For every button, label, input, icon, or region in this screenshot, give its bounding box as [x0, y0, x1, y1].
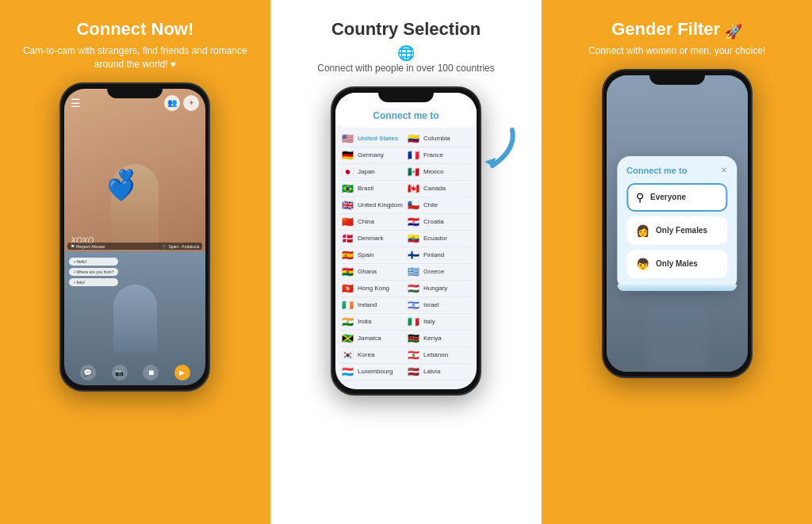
- menu-icon[interactable]: ☰: [71, 97, 81, 109]
- connect-me-to-label: Connect me to: [343, 110, 469, 121]
- country-br[interactable]: 🇧🇷Brasil: [340, 181, 406, 197]
- country-gb[interactable]: 🇬🇧United Kingdom: [340, 197, 406, 214]
- phone1-body: ☰ 👥 + 💙 💙 XOXO: [59, 82, 210, 392]
- phone3-wrapper: Connect me to ✕ ⚲ Everyone 👩 Only Female…: [602, 69, 753, 378]
- next-button[interactable]: ▶: [174, 365, 190, 381]
- flag-hr: 🇭🇷: [408, 216, 420, 228]
- panel3-subtitle: Connect with women or men, your choice!: [588, 44, 765, 58]
- country-gh[interactable]: 🇬🇭Ghana: [340, 264, 406, 281]
- flag-gr: 🇬🇷: [408, 266, 420, 277]
- name-fi: Finland: [423, 251, 444, 258]
- svg-marker-0: [485, 158, 496, 167]
- flag-gh: 🇬🇭: [342, 266, 354, 277]
- panel-gender: Gender Filter 🚀 Connect with women or me…: [542, 0, 812, 524]
- gender-modal: Connect me to ✕ ⚲ Everyone 👩 Only Female…: [617, 156, 737, 291]
- add-icon[interactable]: +: [183, 95, 199, 111]
- heart-icon-small: 💙: [118, 168, 134, 183]
- panel3-title-row: Gender Filter 🚀: [611, 19, 742, 44]
- name-ie: Ireland: [358, 301, 377, 308]
- country-list[interactable]: 🇺🇸United States 🇩🇪Germany 🇯🇵Japan 🇧🇷Bras…: [335, 128, 477, 389]
- abuse-label[interactable]: ⚑ Report Abuse: [71, 243, 105, 249]
- country-jp[interactable]: 🇯🇵Japan: [340, 164, 406, 181]
- country-fi[interactable]: 🇫🇮Finland: [406, 247, 472, 264]
- stop-button[interactable]: ⏹: [143, 365, 159, 381]
- chat-button[interactable]: 💬: [80, 365, 96, 381]
- country-in[interactable]: 🇮🇳India: [340, 314, 406, 331]
- flag-dk: 🇩🇰: [342, 233, 354, 244]
- video-top: ☰ 👥 + 💙 💙 XOXO: [64, 89, 205, 252]
- flag-jm: 🇯🇲: [342, 333, 354, 344]
- country-mx[interactable]: 🇲🇽Mexico: [406, 164, 472, 181]
- blue-arrow-icon: [477, 126, 520, 170]
- male-icon: 👦: [636, 258, 649, 270]
- flag-co: 🇨🇴: [408, 133, 420, 144]
- flag-jp: 🇯🇵: [342, 166, 354, 178]
- country-ke[interactable]: 🇰🇪Kenya: [406, 331, 472, 347]
- flag-ke: 🇰🇪: [408, 333, 420, 344]
- flag-lb: 🇱🇧: [408, 350, 420, 361]
- chat-bubbles: • Hello! • Where are you from? • Italy!: [69, 258, 118, 286]
- country-cl[interactable]: 🇨🇱Chile: [406, 197, 472, 214]
- flag-de: 🇩🇪: [342, 150, 354, 161]
- name-hk: Hong Kong: [358, 285, 389, 292]
- flag-hu: 🇭🇺: [408, 283, 420, 294]
- flag-fi: 🇫🇮: [408, 250, 420, 261]
- name-jm: Jamaica: [358, 335, 381, 342]
- country-cn[interactable]: 🇨🇳China: [340, 214, 406, 231]
- name-es: Spain: [358, 251, 373, 258]
- chat-bubble-3: • Italy!: [69, 278, 118, 286]
- country-us[interactable]: 🇺🇸United States: [340, 131, 406, 147]
- name-hu: Hungary: [423, 285, 447, 292]
- gender-males[interactable]: 👦 Only Males: [626, 250, 727, 278]
- country-hr[interactable]: 🇭🇷Croatia: [406, 214, 472, 231]
- country-jm[interactable]: 🇯🇲Jamaica: [340, 331, 406, 347]
- country-kr[interactable]: 🇰🇷Korea: [340, 347, 406, 364]
- country-il[interactable]: 🇮🇱Israel: [406, 297, 472, 314]
- flag-gb: 🇬🇧: [342, 200, 354, 211]
- flag-br: 🇧🇷: [342, 183, 354, 194]
- gender-everyone[interactable]: ⚲ Everyone: [626, 183, 727, 212]
- flag-il: 🇮🇱: [408, 300, 420, 311]
- country-es[interactable]: 🇪🇸Spain: [340, 247, 406, 264]
- flag-it: 🇮🇹: [408, 316, 420, 327]
- country-dk[interactable]: 🇩🇰Denmark: [340, 231, 406, 247]
- panel2-subtitle: Connect with people in over 100 countrie…: [317, 62, 494, 75]
- country-lb[interactable]: 🇱🇧Lebanon: [406, 347, 472, 364]
- video-screen: ☰ 👥 + 💙 💙 XOXO: [64, 89, 205, 385]
- panel2-inner: Country Selection 🌐 Connect with people …: [284, 19, 529, 511]
- phone3-notch: [649, 71, 705, 85]
- country-ie[interactable]: 🇮🇪Ireland: [340, 297, 406, 314]
- country-gr[interactable]: 🇬🇷Greece: [406, 264, 472, 281]
- country-fr[interactable]: 🇫🇷France: [406, 147, 472, 164]
- globe-icon: 🌐: [397, 44, 415, 62]
- country-ca[interactable]: 🇨🇦Canada: [406, 181, 472, 197]
- country-hk[interactable]: 🇭🇰Hong Kong: [340, 281, 406, 297]
- panel-connect: Connect Now! Cam-to-cam with strangers, …: [0, 0, 270, 524]
- country-ec[interactable]: 🇪🇨Ecuador: [406, 231, 472, 247]
- country-lv[interactable]: 🇱🇻Latvia: [406, 364, 472, 381]
- country-it[interactable]: 🇮🇹Italy: [406, 314, 472, 331]
- name-hr: Croatia: [423, 218, 444, 225]
- gender-females[interactable]: 👩 Only Females: [626, 216, 727, 245]
- camera-button[interactable]: 📷: [112, 365, 128, 381]
- country-co[interactable]: 🇨🇴Columbia: [406, 131, 472, 147]
- girl-video: [64, 89, 205, 252]
- modal-footer: [617, 285, 737, 291]
- country-lu[interactable]: 🇱🇺Luxembourg: [340, 364, 406, 381]
- name-ca: Canada: [423, 185, 446, 192]
- flag-hk: 🇭🇰: [342, 283, 354, 294]
- name-lb: Lebanon: [423, 351, 448, 358]
- country-hu[interactable]: 🇭🇺Hungary: [406, 281, 472, 297]
- man-silhouette: [113, 285, 157, 352]
- close-button[interactable]: ✕: [721, 166, 727, 174]
- country-de[interactable]: 🇩🇪Germany: [340, 147, 406, 164]
- friends-icon[interactable]: 👥: [164, 95, 180, 111]
- flag-ca: 🇨🇦: [408, 183, 420, 194]
- name-kr: Korea: [358, 351, 374, 358]
- name-gh: Ghana: [358, 268, 377, 275]
- phone2: Connect me to 🇺🇸United States 🇩🇪Germany …: [331, 86, 481, 396]
- panel2-title: Country Selection: [331, 19, 481, 40]
- name-ec: Ecuador: [423, 235, 447, 242]
- phone3-screen: Connect me to ✕ ⚲ Everyone 👩 Only Female…: [607, 75, 748, 372]
- name-cn: China: [358, 218, 374, 225]
